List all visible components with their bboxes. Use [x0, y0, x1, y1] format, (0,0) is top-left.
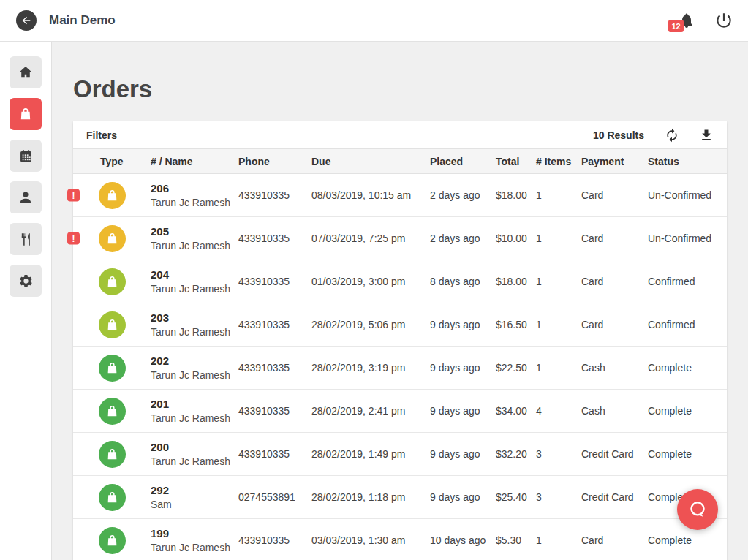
back-icon — [20, 15, 32, 26]
main-content: Orders Filters 10 Results Type # / Name … — [53, 42, 748, 560]
table-row[interactable]: ! 205 Tarun Jc Ramesh 433910335 07/03/20… — [73, 217, 727, 260]
shopping-bag-icon — [18, 107, 33, 121]
column-header-payment: Payment — [581, 156, 648, 167]
sidebar-item-home[interactable] — [10, 56, 42, 88]
total-cell: $32.20 — [496, 448, 536, 460]
payment-cell: Credit Card — [581, 448, 648, 460]
total-cell: $16.50 — [496, 319, 536, 330]
sidebar-item-customers[interactable] — [10, 181, 42, 213]
phone-cell: 433910335 — [238, 232, 311, 244]
chat-launcher-button[interactable] — [677, 489, 718, 530]
table-row[interactable]: ! 200 Tarun Jc Ramesh 433910335 28/02/20… — [73, 433, 727, 476]
total-cell: $25.40 — [496, 491, 536, 503]
items-cell: 3 — [536, 491, 581, 503]
column-header-name: # / Name — [151, 156, 238, 167]
logout-button[interactable] — [714, 11, 733, 30]
items-cell: 1 — [536, 189, 581, 201]
home-icon — [18, 64, 34, 80]
name-cell: 204 Tarun Jc Ramesh — [151, 268, 238, 295]
name-cell: 200 Tarun Jc Ramesh — [151, 441, 238, 467]
name-cell: 292 Sam — [151, 484, 238, 510]
table-row[interactable]: ! 199 Tarun Jc Ramesh 433910335 03/03/20… — [73, 519, 727, 560]
placed-cell: 9 days ago — [430, 405, 496, 417]
notification-count-badge: 12 — [668, 20, 684, 32]
customer-name: Tarun Jc Ramesh — [151, 240, 238, 251]
placed-cell: 10 days ago — [430, 534, 496, 546]
order-number: 202 — [151, 355, 238, 367]
status-cell: Confirmed — [648, 276, 712, 287]
total-cell: $22.50 — [496, 362, 536, 374]
download-button[interactable] — [699, 128, 714, 143]
order-type-icon — [99, 268, 126, 295]
table-row[interactable]: ! 203 Tarun Jc Ramesh 433910335 28/02/20… — [73, 303, 727, 347]
table-row[interactable]: ! 201 Tarun Jc Ramesh 433910335 28/02/20… — [73, 390, 727, 433]
sidebar-item-calendar[interactable] — [10, 140, 42, 172]
payment-cell: Card — [581, 276, 648, 287]
placed-cell: 2 days ago — [430, 232, 496, 244]
type-cell — [88, 311, 151, 338]
status-cell: Complete — [648, 405, 712, 417]
page-title: Orders — [73, 75, 727, 104]
table-row[interactable]: ! 292 Sam 0274553891 28/02/2019, 1:18 pm… — [73, 476, 727, 519]
column-header-phone: Phone — [238, 156, 311, 167]
phone-cell: 433910335 — [238, 189, 311, 201]
type-cell — [88, 268, 151, 295]
order-number: 203 — [151, 311, 238, 324]
notifications-button[interactable]: 12 — [678, 12, 695, 29]
placed-cell: 9 days ago — [430, 448, 496, 460]
payment-cell: Credit Card — [581, 491, 648, 503]
calendar-icon — [18, 148, 34, 164]
table-header: Type # / Name Phone Due Placed Total # I… — [73, 148, 727, 174]
name-cell: 206 Tarun Jc Ramesh — [151, 182, 238, 208]
type-cell — [88, 441, 151, 468]
customer-name: Tarun Jc Ramesh — [151, 283, 238, 295]
items-cell: 1 — [536, 362, 581, 374]
total-cell: $18.00 — [496, 276, 536, 287]
due-cell: 03/03/2019, 1:30 am — [311, 534, 430, 546]
items-cell: 1 — [536, 534, 581, 546]
order-type-icon — [99, 441, 126, 468]
refresh-button[interactable] — [665, 128, 679, 143]
back-button[interactable] — [16, 10, 37, 31]
order-type-icon — [99, 484, 126, 511]
phone-cell: 433910335 — [238, 534, 311, 546]
column-header-items: # Items — [536, 156, 581, 167]
column-header-total: Total — [496, 156, 536, 167]
due-cell: 28/02/2019, 1:49 pm — [311, 448, 430, 460]
name-cell: 199 Tarun Jc Ramesh — [151, 527, 238, 553]
due-cell: 08/03/2019, 10:15 am — [311, 189, 430, 201]
total-cell: $34.00 — [496, 405, 536, 417]
phone-cell: 433910335 — [238, 448, 311, 460]
sidebar-item-menu[interactable] — [10, 223, 42, 255]
results-count: 10 Results — [593, 129, 644, 141]
placed-cell: 9 days ago — [430, 491, 496, 503]
status-cell: Complete — [648, 448, 712, 460]
order-number: 204 — [151, 268, 238, 281]
due-cell: 28/02/2019, 5:06 pm — [311, 319, 430, 330]
table-body: ! 206 Tarun Jc Ramesh 433910335 08/03/20… — [73, 174, 727, 560]
table-row[interactable]: ! 202 Tarun Jc Ramesh 433910335 28/02/20… — [73, 347, 727, 390]
status-cell: Un-Confirmed — [648, 189, 712, 201]
payment-cell: Cash — [581, 405, 648, 417]
customer-name: Sam — [151, 499, 238, 510]
sidebar-item-settings[interactable] — [10, 265, 42, 297]
payment-cell: Card — [581, 319, 648, 330]
alert-badge: ! — [67, 189, 80, 202]
payment-cell: Cash — [581, 362, 648, 374]
type-cell — [88, 398, 151, 425]
due-cell: 28/02/2019, 3:19 pm — [311, 362, 430, 374]
alert-badge: ! — [67, 232, 80, 245]
column-header-status: Status — [648, 156, 712, 167]
table-row[interactable]: ! 206 Tarun Jc Ramesh 433910335 08/03/20… — [73, 174, 727, 217]
items-cell: 3 — [536, 448, 581, 460]
name-cell: 202 Tarun Jc Ramesh — [151, 355, 238, 381]
payment-cell: Card — [581, 534, 648, 546]
order-type-icon — [99, 182, 126, 209]
sidebar-item-orders[interactable] — [10, 98, 42, 130]
status-cell: Confirmed — [648, 319, 712, 330]
table-row[interactable]: ! 204 Tarun Jc Ramesh 433910335 01/03/20… — [73, 260, 727, 303]
filters-label: Filters — [86, 129, 117, 141]
status-cell: Complete — [648, 362, 712, 374]
person-icon — [18, 189, 34, 205]
type-cell — [88, 484, 151, 511]
